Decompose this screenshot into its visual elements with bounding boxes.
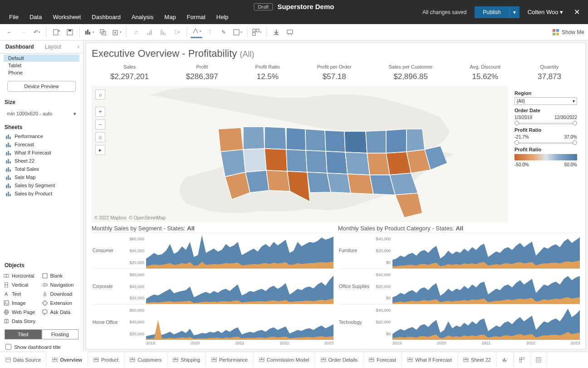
object-data-story[interactable]: Data Story [4,318,41,325]
new-story-icon[interactable] [530,352,547,367]
new-worksheet-icon[interactable]: + [497,352,514,367]
tab-shipping[interactable]: Shipping [167,352,206,367]
object-navigation[interactable]: Navigation [42,281,80,288]
sheet-forecast[interactable]: Forecast [2,140,81,149]
sheet-sheet-22[interactable]: Sheet 22 [2,157,81,165]
svg-rect-91 [369,360,374,362]
menu-help[interactable]: Help [211,10,234,24]
redo-icon[interactable]: → [17,26,29,38]
new-datasource-icon[interactable] [50,26,62,38]
menu-format[interactable]: Format [181,10,211,24]
object-download[interactable]: Download [42,290,80,298]
svg-rect-78 [176,358,178,359]
tab-layout[interactable]: Layout [39,40,67,53]
date-slider[interactable] [516,123,575,124]
object-horizontal[interactable]: Horizontal [4,272,41,279]
size-dropdown[interactable]: min 1000x620 - auto▾ [5,109,78,119]
menu-file[interactable]: File [4,10,24,24]
filter-panel: Region (All)▾ Order Date 1/3/201912/30/2… [512,86,580,222]
svg-rect-0 [54,30,58,35]
device-tablet[interactable]: Tablet [4,62,79,69]
object-vertical[interactable]: Vertical [4,281,41,288]
tab-product[interactable]: Product [88,352,124,367]
undo-icon[interactable]: ← [4,26,15,38]
show-cards-icon[interactable]: ▾ [251,26,263,38]
sheet-sales-by-segment[interactable]: Sales by Segment [2,181,81,189]
map-play-icon[interactable]: ▸ [95,145,105,155]
totals-icon[interactable]: Σ▾ [171,26,183,38]
revert-icon[interactable]: ↶▾ [31,26,43,38]
device-phone[interactable]: Phone [4,69,79,76]
object-extension[interactable]: Extension [42,299,80,307]
tab-data-source[interactable]: Data Source [0,352,47,367]
tab-customers[interactable]: Customers [124,352,167,367]
tab-commission-model[interactable]: Commission Model [254,352,315,367]
map[interactable]: ⌕ + − ⌂ ▸ [92,86,508,222]
sheet-total-sales[interactable]: Total Sales [2,165,81,173]
tiled-button[interactable]: Tiled [5,329,42,339]
map-zoom-in-icon[interactable]: + [95,107,105,117]
svg-rect-81 [214,358,216,359]
show-me-button[interactable]: Show Me [553,29,584,35]
svg-rect-48 [6,185,7,188]
tab-performance[interactable]: Performance [206,352,254,367]
download-icon[interactable] [270,26,282,38]
publish-button[interactable]: Publish [475,6,509,18]
map-home-icon[interactable]: ⌂ [95,132,105,142]
swap-icon[interactable]: ⇄ [130,26,142,38]
tab-sheet-22[interactable]: Sheet 22 [458,352,497,367]
tab-dashboard[interactable]: Dashboard [0,40,39,53]
object-ask-data[interactable]: Ask Data [42,308,80,316]
object-web-page[interactable]: Web Page [4,308,41,316]
floating-button[interactable]: Floating [42,329,79,339]
tab-overview[interactable]: Overview [47,352,88,367]
object-image[interactable]: Image [4,299,41,307]
menu-analysis[interactable]: Analysis [126,10,159,24]
sort-asc-icon[interactable] [144,26,156,38]
menu-dashboard[interactable]: Dashboard [86,10,126,24]
sheet-performance[interactable]: Performance [2,132,81,140]
svg-rect-93 [410,358,412,359]
fit-icon[interactable]: ▾ [231,26,243,38]
clear-icon[interactable]: ▾ [111,26,122,38]
profit-ratio-slider[interactable] [516,142,575,144]
collapse-panel-icon[interactable]: ‹ [74,40,83,53]
labels-icon[interactable]: T [204,26,216,38]
tab-what-if-forecast[interactable]: What If Forecast [402,352,458,367]
sheet-what-if-forecast[interactable]: What If Forecast [2,149,81,157]
save-icon[interactable] [64,26,76,38]
duplicate-icon[interactable] [97,26,109,38]
svg-rect-83 [259,358,261,359]
menu-data[interactable]: Data [24,10,47,24]
highlight-icon[interactable]: ▾ [191,26,202,38]
map-zoom-out-icon[interactable]: − [95,119,105,129]
region-dropdown[interactable]: (All)▾ [514,97,577,105]
present-icon[interactable] [284,26,296,38]
new-dashboard-icon[interactable] [514,352,530,367]
object-text[interactable]: AText [4,290,41,298]
tab-order-details[interactable]: Order Details [315,352,364,367]
object-blank[interactable]: Blank [42,272,80,279]
product-chart: Monthly Sales by Product Category - Stat… [338,225,580,345]
device-default[interactable]: Default [4,55,79,62]
close-icon[interactable]: ✕ [571,8,583,16]
user-menu[interactable]: Colten Woo ▾ [528,9,563,15]
sheets-heading: Sheets [0,120,83,132]
new-sheet-icon[interactable]: ▾ [83,26,95,38]
chart-row: Consumer$60,000$40,000$20,000 [92,233,333,269]
dashboard-title: Executive Overview - Profitability (All) [92,47,580,62]
format-icon[interactable]: ✎ [218,26,230,38]
menu-map[interactable]: Map [159,10,181,24]
tab-forecast[interactable]: Forecast [363,352,402,367]
show-title-checkbox[interactable] [5,344,11,350]
svg-rect-40 [8,159,9,164]
sheet-sale-map[interactable]: Sale Map [2,173,81,181]
svg-rect-90 [372,358,374,359]
map-search-icon[interactable]: ⌕ [95,90,105,99]
menu-worksheet[interactable]: Worksheet [47,10,86,24]
device-preview-button[interactable]: Device Preview [7,81,76,92]
svg-rect-77 [173,358,175,359]
sort-desc-icon[interactable] [157,26,169,38]
publish-caret[interactable]: ▾ [509,6,519,18]
sheet-sales-by-product[interactable]: Sales by Product [2,189,81,198]
